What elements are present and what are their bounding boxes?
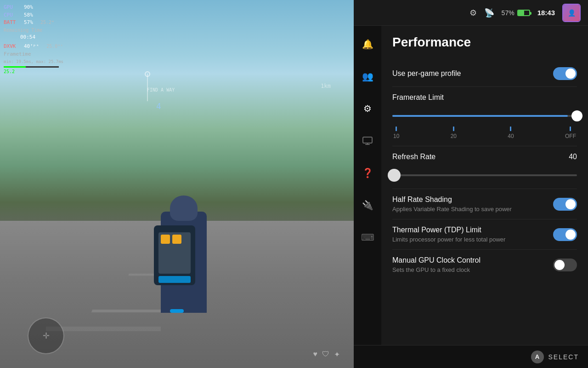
char-pack: [154, 225, 195, 285]
tick-mark-40: [510, 126, 511, 131]
manual-gpu-toggle[interactable]: [553, 259, 577, 271]
sidebar-item-help[interactable]: ❓: [358, 164, 377, 182]
compass: ✛: [28, 317, 64, 354]
half-rate-shading-sublabel: Applies Variable Rate Shading to save po…: [392, 206, 512, 213]
hud-batt-label: BATT: [4, 19, 20, 27]
char-foot-glow: [170, 309, 184, 313]
thermal-power-toggle[interactable]: [553, 228, 577, 241]
hud-cpu-label: CPU: [4, 12, 20, 19]
distance-marker: 1km: [321, 83, 331, 89]
half-rate-shading-info: Half Rate Shading Applies Variable Rate …: [392, 196, 512, 213]
refresh-slider-thumb[interactable]: [388, 169, 401, 182]
refresh-slider-track: [392, 174, 577, 176]
thermal-power-label: Thermal Power (TDP) Limit: [392, 226, 505, 234]
hud-frametime-value: 25.2: [4, 68, 63, 75]
battery-icon: [517, 10, 530, 16]
battery-percent-text: 57%: [502, 9, 514, 17]
hud-dxvk-ms: 25.0ᵐˢ: [46, 43, 63, 51]
framerate-slider-fill: [392, 115, 568, 117]
use-per-game-profile-toggle[interactable]: [553, 67, 577, 80]
button-a-label: A: [535, 353, 539, 360]
panel-content: 🔔 👥 ⚙ ❓ 🔌 ⌨ Performance Use per-game pro…: [354, 26, 588, 345]
hud-bar: [4, 66, 59, 68]
hud-gpu-label: GPU: [4, 4, 20, 12]
framerate-slider-track: [392, 115, 577, 117]
half-rate-shading-toggle[interactable]: [553, 198, 577, 211]
hud-overlay: GPU 90% CPU 58% BATT 57% 25.2ʷ Remaining…: [4, 4, 63, 75]
hud-remaining-label: Remaining Time: [4, 27, 42, 34]
half-rate-shading-label: Half Rate Shading: [392, 196, 512, 204]
game-indicators: ♥ 🛡 ✦: [313, 350, 340, 359]
button-a[interactable]: A: [531, 351, 544, 363]
hud-batt-value: 57%: [24, 19, 33, 27]
sidebar-item-settings[interactable]: ⚙: [358, 99, 377, 118]
tick-label-10: 10: [393, 133, 399, 139]
tick-label-off: OFF: [565, 133, 576, 139]
tick-mark-20: [453, 126, 454, 131]
bottom-bar: A SELECT: [354, 345, 588, 368]
hud-cpu-value: 58%: [24, 12, 33, 19]
cast-icon[interactable]: 📡: [484, 8, 494, 18]
tick-label-40: 40: [508, 133, 514, 139]
refresh-header: Refresh Rate 40: [392, 153, 577, 161]
thermal-power-sublabel: Limits processor power for less total po…: [392, 236, 505, 243]
waypoint-number: 4: [156, 101, 161, 111]
top-bar: ⚙ 📡 57% 18:43 👤: [354, 0, 588, 26]
manual-gpu-sublabel: Sets the GPU to a fixed clock: [392, 266, 481, 273]
svg-rect-0: [363, 137, 372, 143]
framerate-limit-section: Framerate Limit 10 20: [392, 87, 577, 146]
right-panel: ⚙ 📡 57% 18:43 👤 🔔 👥 ⚙ ❓: [354, 0, 588, 368]
settings-icon[interactable]: ⚙: [469, 8, 477, 18]
user-avatar[interactable]: 👤: [562, 4, 581, 22]
framerate-limit-label: Framerate Limit: [392, 93, 444, 102]
sidebar-item-power[interactable]: 🔌: [358, 196, 377, 214]
settings-panel: Performance Use per-game profile Framera…: [381, 26, 588, 345]
refresh-rate-section: Refresh Rate 40: [392, 146, 577, 189]
sidebar-item-notifications[interactable]: 🔔: [358, 35, 377, 53]
half-rate-shading-row: Half Rate Shading Applies Variable Rate …: [392, 189, 577, 219]
hud-dxvk-label: DXVK: [4, 43, 20, 51]
hud-gpu-value: 90%: [24, 4, 33, 12]
select-label: SELECT: [548, 353, 579, 361]
hud-batt-watts: 25.2ʷ: [40, 19, 54, 27]
framerate-ticks: 10 20 40 OFF: [392, 126, 577, 139]
sidebar-item-friends[interactable]: 👥: [358, 67, 377, 86]
refresh-slider-container[interactable]: [392, 168, 577, 182]
hud-frametime-detail: min: 19.5ms, max: 25.7ms: [4, 59, 63, 65]
tick-mark-10: [396, 126, 397, 131]
refresh-rate-value: 40: [569, 153, 577, 161]
hud-dxvk-fps: 40ᶠᵖˢ: [24, 43, 39, 51]
time-display: 18:43: [537, 9, 555, 17]
hud-bar-fill: [4, 66, 26, 68]
refresh-rate-label: Refresh Rate: [392, 153, 435, 161]
hud-batt-time: 00:54: [20, 34, 35, 41]
sidebar-item-keyboard[interactable]: ⌨: [358, 228, 377, 247]
char-head: [170, 196, 198, 221]
use-per-game-profile-row: Use per-game profile: [392, 61, 577, 87]
toggle-knob: [565, 69, 576, 79]
manual-gpu-label: Manual GPU Clock Control: [392, 256, 481, 264]
use-per-game-profile-label: Use per-game profile: [392, 69, 461, 78]
waypoint-indicator: FIND A WAY: [147, 87, 175, 92]
hud-frametime-label: Frametime: [4, 51, 31, 58]
character: [142, 156, 225, 313]
sidebar-item-display[interactable]: [358, 132, 377, 150]
thermal-power-info: Thermal Power (TDP) Limit Limits process…: [392, 226, 505, 243]
toggle-knob-gpu: [554, 260, 565, 270]
waypoint-line: [147, 74, 148, 101]
battery-status: 57%: [502, 9, 530, 17]
shield-icon: 🛡: [322, 350, 329, 359]
framerate-slider-thumb[interactable]: [571, 110, 582, 121]
manual-gpu-info: Manual GPU Clock Control Sets the GPU to…: [392, 256, 481, 273]
manual-gpu-row: Manual GPU Clock Control Sets the GPU to…: [392, 250, 577, 280]
tick-40: 40: [508, 126, 514, 139]
toggle-knob-hrs: [565, 199, 576, 209]
tick-10: 10: [393, 126, 399, 139]
waypoint-circle: [145, 71, 150, 77]
page-title: Performance: [392, 35, 577, 50]
toggle-knob-tdp: [565, 230, 576, 240]
framerate-label-row: Framerate Limit: [392, 93, 577, 102]
tick-off: OFF: [565, 126, 576, 139]
game-viewport: FIND A WAY 1km GPU 90% CPU 58% BATT 57% …: [0, 0, 354, 368]
framerate-slider-container[interactable]: [392, 109, 577, 123]
